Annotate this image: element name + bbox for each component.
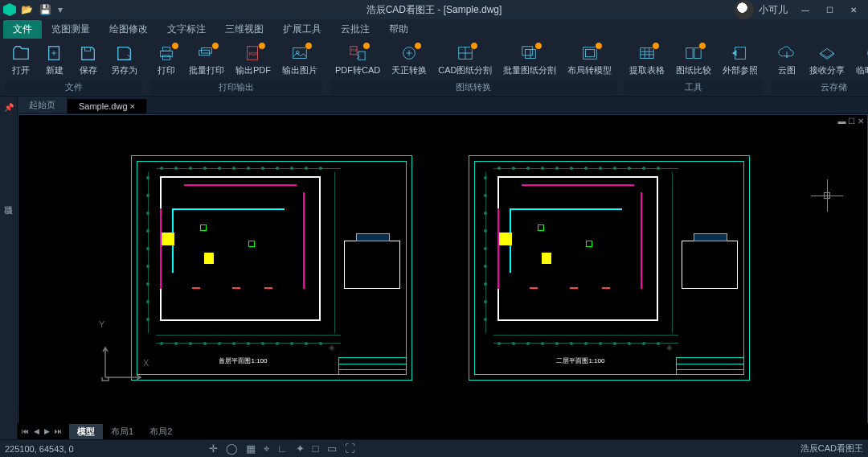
canvas-area[interactable]: ▬ ☐ ✕ (18, 114, 868, 439)
layout-first-icon[interactable]: ⏮ (19, 427, 31, 435)
ribbon-new-button[interactable]: 新建 (39, 40, 71, 80)
layout-nav: ⏮ ◀ ▶ ⏭ (19, 427, 64, 435)
status-grid-icon[interactable]: ▦ (246, 443, 256, 455)
coordinates: 225100, 64543, 0 (5, 444, 74, 454)
vip-badge-icon (171, 42, 179, 50)
ribbon-print-button[interactable]: 打印 (150, 40, 182, 80)
ribbon-split-button[interactable]: CAD图纸分割 (433, 40, 497, 80)
product-label: 浩辰CAD看图王 (800, 443, 863, 455)
xref-icon (729, 43, 751, 63)
pin-icon[interactable]: 📌 (4, 103, 14, 113)
svg-rect-2 (161, 51, 173, 56)
minimize-button[interactable]: — (794, 2, 817, 18)
layout-tab-2[interactable]: 布局2 (141, 424, 180, 439)
ribbon-label: 打开 (12, 64, 30, 76)
ribbon-open-button[interactable]: 打开 (5, 40, 37, 80)
doc-tab-1[interactable]: Sample.dwg × (68, 99, 147, 113)
quick-access: 📂 💾 ▾ (21, 4, 63, 15)
status-fullscreen-icon[interactable]: ⛶ (345, 443, 355, 455)
ribbon-receive-button[interactable]: 接收分享 (805, 40, 850, 80)
vip-badge-icon (258, 42, 266, 50)
ribbon-compare-button[interactable]: 图纸比较 (671, 40, 716, 80)
title-block (676, 357, 744, 375)
layout2model-icon (579, 43, 601, 63)
ribbon-pdfout-button[interactable]: PDF输出PDF (231, 40, 276, 80)
drawing-sheet-2[interactable]: 二层平面图1:100 ◈ (469, 155, 750, 381)
status-osnap-icon[interactable]: □ (313, 443, 319, 455)
crosshair-cursor-icon (811, 179, 843, 212)
sidebar-tab-project[interactable]: 项目 (0, 193, 17, 206)
ribbon-imgout-button[interactable]: 输出图片 (277, 40, 322, 80)
title-block (338, 357, 407, 375)
layout-tab-1[interactable]: 布局1 (103, 424, 141, 439)
ribbon-label: 保存 (80, 64, 97, 76)
titlebar: 📂 💾 ▾ 浩辰CAD看图王 - [Sample.dwg] 小可儿 — ☐ ✕ (0, 0, 868, 19)
ribbon-tempshare-button[interactable]: 临时分享 (851, 40, 868, 80)
ribbon-label: 批量打印 (189, 64, 224, 76)
ribbon-layout2model-button[interactable]: 布局转模型 (563, 40, 616, 80)
svg-rect-19 (585, 49, 594, 56)
plan-label-2: 二层平面图1:100 (553, 356, 608, 365)
vip-badge-icon (595, 42, 603, 50)
menu-4[interactable]: 三维视图 (215, 20, 273, 39)
schedule-table (344, 241, 400, 289)
north-arrow-icon: ◈ (329, 343, 335, 352)
ribbon-group-label: 图纸转换 (330, 80, 616, 95)
menu-3[interactable]: 文字标注 (158, 20, 215, 39)
svg-text:PDF: PDF (351, 49, 358, 52)
vip-badge-icon (534, 42, 542, 50)
ribbon-cloud-button[interactable]: 云图 (771, 40, 803, 80)
maximize-button[interactable]: ☐ (818, 2, 841, 18)
open-icon (10, 43, 32, 63)
doc-tab-0[interactable]: 起始页 (18, 97, 68, 113)
ribbon-label: 图纸比较 (676, 64, 711, 76)
status-cursor-icon[interactable]: ✛ (209, 443, 218, 455)
ribbon-batchprint-button[interactable]: 批量打印 (184, 40, 229, 80)
status-ortho-icon[interactable]: ∟ (277, 443, 288, 455)
statusbar: 225100, 64543, 0 ✛ ◯ ▦ ⌖ ∟ ✦ □ ▭ ⛶ 浩辰CAD… (0, 439, 868, 457)
svg-rect-16 (522, 47, 533, 56)
layout-prev-icon[interactable]: ◀ (31, 427, 42, 435)
qat-open-icon[interactable]: 📂 (21, 4, 33, 15)
status-toggles: ✛ ◯ ▦ ⌖ ∟ ✦ □ ▭ ⛶ (209, 443, 355, 455)
menu-1[interactable]: 览图测量 (42, 20, 100, 39)
menu-7[interactable]: 帮助 (379, 20, 418, 39)
pdfout-icon: PDF (242, 43, 264, 63)
svg-rect-4 (162, 56, 170, 60)
ribbon-label: 新建 (46, 64, 63, 76)
batchsplit-icon (518, 43, 541, 63)
document-area: 📌 项目 ▬ ☐ ✕ (0, 97, 868, 439)
status-snap-icon[interactable]: ⌖ (264, 443, 269, 455)
user-avatar-icon[interactable] (735, 0, 754, 19)
ribbon-pdf2cad-button[interactable]: PDFPDF转CAD (330, 40, 385, 80)
qat-save-icon[interactable]: 💾 (39, 4, 51, 15)
menu-5[interactable]: 扩展工具 (273, 20, 331, 39)
batchprint-icon (195, 43, 218, 63)
menu-0[interactable]: 文件 (3, 20, 42, 39)
receive-icon (816, 43, 838, 63)
ribbon-table-button[interactable]: 提取表格 (624, 40, 669, 80)
ucs-x-label: X (143, 358, 149, 368)
floorplan-1 (160, 176, 321, 321)
layout-tab-0[interactable]: 模型 (69, 424, 103, 439)
ribbon-xref-button[interactable]: 外部参照 (718, 40, 763, 80)
close-button[interactable]: ✕ (842, 2, 865, 18)
menu-6[interactable]: 云批注 (331, 20, 379, 39)
doc-minimize-icon[interactable]: ▬ ☐ ✕ (837, 117, 864, 126)
layout-next-icon[interactable]: ▶ (42, 427, 52, 435)
user-area[interactable]: 小可儿 (735, 0, 788, 19)
ribbon-save-button[interactable]: 保存 (72, 40, 104, 80)
menu-2[interactable]: 绘图修改 (100, 20, 158, 39)
ribbon-saveas-button[interactable]: 另存为 (106, 40, 142, 80)
qat-dropdown-icon[interactable]: ▾ (58, 4, 63, 15)
svg-rect-9 (293, 48, 307, 59)
ribbon-batchsplit-button[interactable]: 批量图纸分割 (498, 40, 561, 80)
svg-rect-20 (641, 48, 654, 59)
status-select-icon[interactable]: ▭ (327, 443, 337, 455)
drawing-sheet-1[interactable]: 首层平面图1:100 ◈ (131, 155, 412, 381)
status-orbit-icon[interactable]: ◯ (226, 443, 238, 455)
status-polar-icon[interactable]: ✦ (296, 443, 305, 455)
drawing-canvas[interactable]: 首层平面图1:100 ◈ (18, 115, 867, 438)
ribbon-tianzheng-button[interactable]: 天正转换 (387, 40, 432, 80)
layout-last-icon[interactable]: ⏭ (52, 427, 64, 435)
